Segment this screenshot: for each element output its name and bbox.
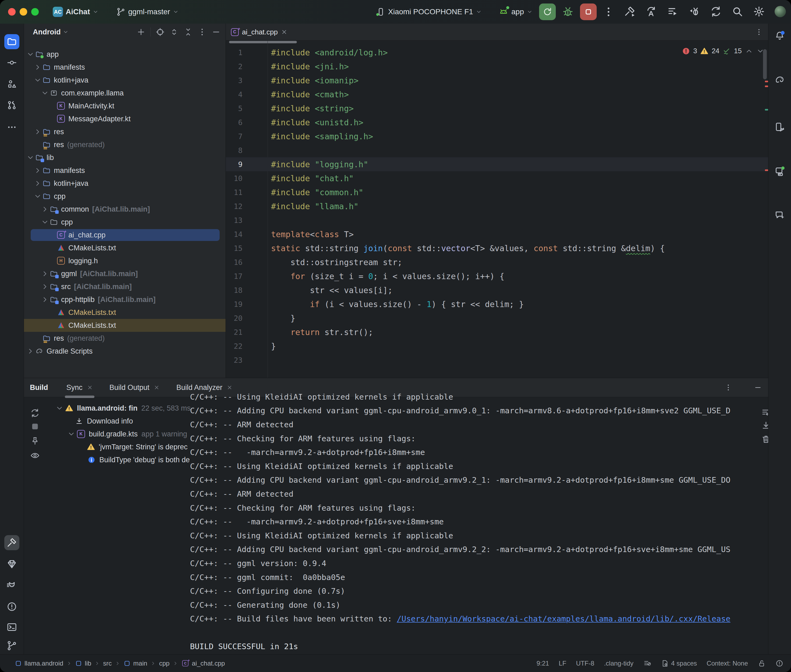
run-config-selector[interactable]: app [499,7,533,17]
file-encoding[interactable]: UTF-8 [576,660,594,667]
sidebar-app-quality-insights-button[interactable] [4,557,19,572]
code-line-23[interactable]: 23 [226,353,769,367]
tree-item-res[interactable]: res(generated) [24,332,226,345]
breadcrumb-ai-chat-cpp[interactable]: C+ai_chat.cpp [181,659,225,667]
tree-item-cpp[interactable]: cpp [24,216,226,229]
expand-all-icon[interactable] [170,27,179,37]
next-problem-icon[interactable] [756,47,764,55]
build-tree-item[interactable]: BuildType 'debug' is both de [47,453,212,466]
code-line-17[interactable]: 17 for (size_t i = 0; i < values.size();… [226,269,769,283]
code-line-10[interactable]: 10#include "chat.h" [226,171,769,185]
scroll-to-end-icon[interactable] [761,421,769,430]
code-line-4[interactable]: 4#include <cmath> [226,87,769,101]
sidebar-pull-requests-button[interactable] [4,98,19,113]
code-line-20[interactable]: 20 } [226,311,769,325]
tree-item-src[interactable]: src[AiChat.lib.main] [24,280,226,293]
close-window-button[interactable] [8,8,16,16]
apply-code-changes-icon[interactable] [667,6,679,18]
code-line-15[interactable]: 15static std::string join(const std::vec… [226,241,769,255]
project-view-selector[interactable]: Android [33,28,61,36]
attach-debugger-icon[interactable] [688,6,700,18]
show-output-icon[interactable] [30,451,40,460]
build-tree-item[interactable]: 'jvmTarget: String' is deprec [47,440,212,453]
tree-item-cpp-httplib[interactable]: cpp-httplib[AiChat.lib.main] [24,293,226,306]
chevron-right-icon[interactable] [41,283,49,291]
sidebar-build-button[interactable] [4,535,19,550]
hide-panel-icon[interactable] [212,27,221,37]
editor-tab-ai_chat[interactable]: C+ ai_chat.cpp [226,24,292,40]
code-line-2[interactable]: 2#include <jni.h> [226,59,769,74]
build-run-icon[interactable] [624,6,636,18]
pin-tab-icon[interactable] [30,436,40,446]
sidebar-version-control-button[interactable] [4,638,19,653]
search-icon[interactable] [732,6,743,18]
soft-wrap-icon[interactable] [761,408,769,418]
build-tab-build-output[interactable]: Build Output [107,378,162,397]
branch-widget[interactable]: ggml-master [116,7,179,16]
chevron-down-icon[interactable] [41,89,49,97]
chevron-down-icon[interactable] [34,192,42,200]
context-widget[interactable]: Context: None [707,660,748,667]
tree-item-gradle-scripts[interactable]: Gradle Scripts [24,345,226,358]
tree-item-manifests[interactable]: manifests [24,61,226,74]
gradle-sync-icon[interactable] [710,6,722,18]
sidebar-gradle-button[interactable] [772,72,787,87]
error-stripe-mark[interactable] [765,81,768,82]
code-line-12[interactable]: 12#include "llama.h" [226,199,769,213]
tree-item-ai-chat-cpp[interactable]: C+ai_chat.cpp [24,229,226,242]
minimize-window-button[interactable] [20,8,27,16]
tree-item-logging-h[interactable]: Hlogging.h [24,254,226,267]
sidebar-commit-button[interactable] [4,55,19,70]
close-tab-icon[interactable] [154,384,160,390]
tree-item-app[interactable]: app [24,48,226,61]
tree-item-common[interactable]: common[AiChat.lib.main] [24,203,226,216]
code-line-5[interactable]: 5#include <string> [226,101,769,115]
locate-file-icon[interactable] [156,27,165,37]
code-line-18[interactable]: 18 str << values[i]; [226,283,769,297]
error-stripe-mark[interactable] [765,170,768,171]
change-stripe-mark[interactable] [765,109,768,110]
code-line-9[interactable]: 9#include "logging.h" [226,157,769,171]
chevron-right-icon[interactable] [41,270,49,278]
chevron-right-icon[interactable] [34,166,42,174]
code-line-21[interactable]: 21 return str.str(); [226,325,769,339]
close-tab-icon[interactable] [281,29,287,35]
tree-item-cpp[interactable]: cpp [24,190,226,203]
rerun-sync-icon[interactable] [30,408,40,418]
sidebar-problems-button[interactable] [4,599,19,614]
tree-item-kotlin-java[interactable]: kotlin+java [24,74,226,86]
debug-button[interactable] [562,6,574,18]
build-tree-item[interactable]: Kbuild.gradle.ktsapp 1 warning [47,427,212,440]
code-line-14[interactable]: 14template<class T> [226,227,769,241]
editor-options-icon[interactable] [755,28,763,36]
sidebar-project-button[interactable] [4,34,19,49]
rerun-button[interactable] [539,3,556,20]
clang-tidy-widget[interactable]: .clang-tidy [604,660,633,667]
stop-button[interactable] [580,3,597,20]
chevron-right-icon[interactable] [34,128,42,136]
panel-options-icon[interactable] [197,27,207,37]
sidebar-notifications-button[interactable] [772,28,787,43]
chevron-down-icon[interactable] [66,430,77,438]
build-tree-item[interactable]: llama.android: fin22 sec, 583 ms [47,402,212,414]
tree-item-manifests[interactable]: manifests [24,164,226,177]
close-tab-icon[interactable] [87,384,93,390]
breadcrumb-src[interactable]: src [103,660,112,667]
chevron-down-icon[interactable] [26,50,34,58]
breadcrumb-llama-android[interactable]: llama.android [15,660,63,667]
chevron-down-icon[interactable] [41,218,49,226]
breadcrumb-main[interactable]: main [124,660,147,667]
chevron-right-icon[interactable] [34,179,42,187]
lock-open-icon[interactable] [757,659,766,667]
tree-item-lib[interactable]: lib [24,151,226,164]
fullscreen-window-button[interactable] [31,8,39,16]
device-selector[interactable]: Xiaomi POCOPHONE F1 [376,7,482,16]
tree-item-cmakelists-txt[interactable]: CMakeLists.txt [24,306,226,319]
code-line-7[interactable]: 7#include <sampling.h> [226,130,769,143]
caret-position[interactable]: 9:21 [536,660,549,667]
sidebar-terminal-button[interactable] [4,619,19,635]
code-line-16[interactable]: 16 std::ostringstream str; [226,255,769,269]
tree-item-cmakelists-txt[interactable]: CMakeLists.txt [24,319,226,332]
line-separator[interactable]: LF [559,660,566,667]
prev-problem-icon[interactable] [745,47,753,55]
